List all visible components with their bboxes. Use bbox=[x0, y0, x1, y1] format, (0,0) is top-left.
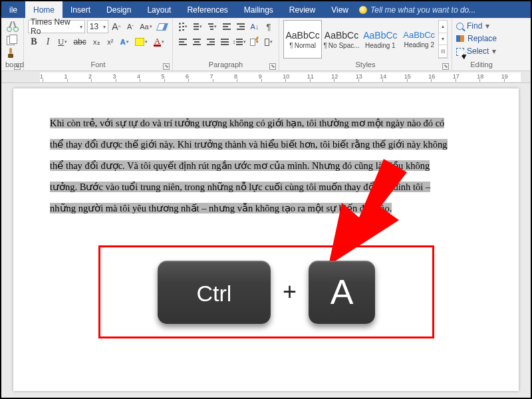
ribbon-tabs: ile Home Insert Design Layout References… bbox=[1, 1, 531, 18]
tab-insert[interactable]: Insert bbox=[63, 1, 98, 18]
clear-formatting-button[interactable] bbox=[156, 20, 168, 33]
bullets-button[interactable]: ▾ bbox=[177, 20, 190, 33]
show-hide-button[interactable]: ¶ bbox=[263, 20, 275, 33]
styles-scroll[interactable]: ▴ ▾ ⊟ bbox=[438, 20, 448, 59]
strikethrough-button[interactable]: abc bbox=[71, 35, 88, 49]
eraser-icon bbox=[156, 23, 168, 31]
font-size-dropdown[interactable]: 13▾ bbox=[87, 20, 108, 33]
multilevel-list-button[interactable]: ▾ bbox=[206, 20, 219, 33]
highlight-icon bbox=[135, 38, 144, 46]
replace-button[interactable]: Replace bbox=[456, 34, 507, 43]
plus-sign: + bbox=[283, 278, 297, 306]
superscript-button[interactable]: x² bbox=[104, 35, 116, 49]
shortcut-callout: Ctrl + A bbox=[98, 245, 434, 338]
select-button[interactable]: Select▾ bbox=[456, 47, 507, 56]
line-spacing-button[interactable]: ↕▾ bbox=[233, 35, 246, 49]
grow-font-button[interactable]: A^ bbox=[110, 20, 122, 33]
group-editing: Find▾ Replace Select▾ Editing bbox=[452, 18, 511, 70]
style-normal[interactable]: AaBbCc ¶Normal bbox=[283, 20, 322, 59]
document-area: Khi còn trẻ, với sự tự do và trí tưởng t… bbox=[1, 83, 531, 399]
replace-icon bbox=[456, 35, 464, 42]
tab-mailings[interactable]: Mailings bbox=[236, 1, 281, 18]
search-icon bbox=[456, 23, 464, 30]
justify-button[interactable] bbox=[219, 35, 231, 49]
change-case-button[interactable]: Aa▾ bbox=[138, 20, 154, 33]
highlight-button[interactable]: ▾ bbox=[133, 35, 150, 49]
page[interactable]: Khi còn trẻ, với sự tự do và trí tưởng t… bbox=[13, 88, 519, 391]
group-paragraph: ▾ ▾ ▾ A↓ ¶ ↕▾ ▾ ▾ bbox=[173, 18, 279, 70]
group-font-label: Font⬊ bbox=[28, 61, 168, 70]
group-styles-label: Styles⬊ bbox=[283, 61, 448, 70]
increase-indent-button[interactable] bbox=[235, 20, 247, 33]
group-paragraph-label: Paragraph⬊ bbox=[177, 61, 275, 70]
align-right-button[interactable] bbox=[205, 35, 217, 49]
text-line[interactable]: thể thay đổi được thế giới này. Khi trưở… bbox=[50, 138, 482, 152]
group-font: Times New Ro▾ 13▾ A^ Aˇ Aa▾ B I U▾ abc x… bbox=[24, 18, 173, 70]
text-line[interactable]: thể thay đổi được. Và tôi quyết định rút… bbox=[50, 159, 482, 173]
tab-view[interactable]: View bbox=[323, 1, 356, 18]
align-left-button[interactable] bbox=[177, 35, 189, 49]
styles-more[interactable]: ⊟ bbox=[439, 45, 447, 58]
paragraph-dialog-launcher[interactable]: ⬊ bbox=[269, 63, 276, 70]
italic-button[interactable]: I bbox=[42, 35, 54, 49]
bold-button[interactable]: B bbox=[28, 35, 40, 49]
tab-home[interactable]: Home bbox=[25, 1, 63, 18]
ribbon: board⬊ Times New Ro▾ 13▾ A^ Aˇ Aa▾ B I U… bbox=[1, 18, 531, 71]
style-no-spacing[interactable]: AaBbCc ¶No Spac... bbox=[322, 20, 360, 59]
group-styles: AaBbCc ¶Normal AaBbCc ¶No Spac... AaBbCc… bbox=[279, 18, 452, 70]
text-line[interactable]: những người mà tôi yêu thương nhất – như… bbox=[50, 201, 482, 215]
font-color-button[interactable]: A▾ bbox=[152, 35, 166, 49]
borders-button[interactable]: ▾ bbox=[263, 35, 275, 49]
style-heading2[interactable]: AaBbCc Heading 2 bbox=[400, 20, 438, 59]
copy-icon[interactable] bbox=[7, 35, 19, 45]
tell-me-placeholder: Tell me what you want to do... bbox=[370, 5, 475, 15]
tab-design[interactable]: Design bbox=[98, 1, 139, 18]
decrease-indent-button[interactable] bbox=[221, 20, 233, 33]
tab-layout[interactable]: Layout bbox=[139, 1, 179, 18]
ruler[interactable]: 112345678910111213141516171819 bbox=[1, 71, 531, 83]
sort-button[interactable]: A↓ bbox=[249, 20, 261, 33]
border-icon bbox=[265, 39, 269, 46]
format-painter-icon[interactable] bbox=[7, 48, 19, 59]
key-ctrl: Ctrl bbox=[158, 261, 271, 324]
tell-me-search[interactable]: Tell me what you want to do... bbox=[359, 1, 475, 18]
paint-bucket-icon bbox=[250, 39, 255, 46]
text-line[interactable]: Khi còn trẻ, với sự tự do và trí tưởng t… bbox=[50, 116, 482, 130]
tab-file[interactable]: ile bbox=[1, 1, 25, 18]
bulb-icon bbox=[359, 6, 367, 14]
group-clipboard: board⬊ bbox=[1, 18, 24, 70]
styles-scroll-down[interactable]: ▾ bbox=[439, 33, 447, 46]
tab-review[interactable]: Review bbox=[281, 1, 323, 18]
find-button[interactable]: Find▾ bbox=[456, 21, 507, 31]
group-editing-label: Editing bbox=[456, 61, 507, 70]
styles-dialog-launcher[interactable]: ⬊ bbox=[442, 63, 449, 70]
styles-scroll-up[interactable]: ▴ bbox=[439, 21, 447, 33]
select-icon bbox=[456, 48, 464, 55]
cut-icon[interactable] bbox=[7, 21, 19, 32]
numbering-button[interactable]: ▾ bbox=[192, 20, 204, 33]
text-line[interactable]: tưởng. Bước vào tuổi trung niên, trong n… bbox=[50, 180, 482, 194]
subscript-button[interactable]: x₂ bbox=[90, 35, 102, 49]
group-clipboard-label: board⬊ bbox=[5, 61, 19, 70]
underline-button[interactable]: U▾ bbox=[56, 35, 69, 49]
shading-button[interactable]: ▾ bbox=[248, 35, 261, 49]
clipboard-dialog-launcher[interactable]: ⬊ bbox=[14, 63, 21, 70]
text-effects-button[interactable]: A▾ bbox=[118, 35, 131, 49]
font-name-dropdown[interactable]: Times New Ro▾ bbox=[28, 20, 85, 33]
tab-references[interactable]: References bbox=[179, 1, 235, 18]
shrink-font-button[interactable]: Aˇ bbox=[124, 20, 136, 33]
align-center-button[interactable] bbox=[191, 35, 203, 49]
style-heading1[interactable]: AaBbCc Heading 1 bbox=[361, 20, 400, 59]
font-dialog-launcher[interactable]: ⬊ bbox=[163, 63, 170, 70]
key-a: A bbox=[309, 261, 375, 324]
